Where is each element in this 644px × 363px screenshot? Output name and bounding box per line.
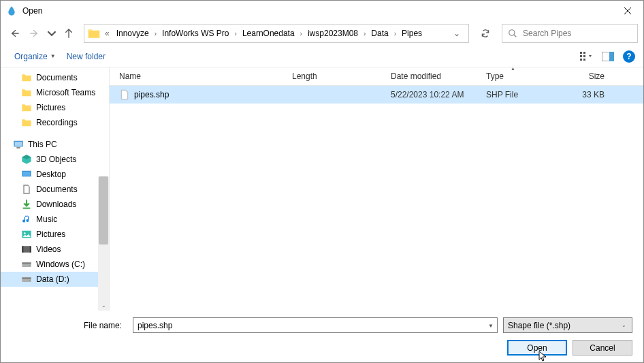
- svg-point-0: [509, 30, 515, 35]
- tree-item-documents[interactable]: Documents: [1, 70, 109, 85]
- crumb-1[interactable]: InfoWorks WS Pro: [158, 26, 233, 41]
- toolbar: Organize ▼ New folder ?: [1, 46, 643, 67]
- scrollbar-thumb[interactable]: [99, 176, 108, 244]
- close-button[interactable]: [612, 1, 643, 21]
- filename-input[interactable]: [133, 317, 498, 333]
- address-bar[interactable]: « Innovyze › InfoWorks WS Pro › LearnOne…: [84, 24, 469, 43]
- recent-dropdown[interactable]: [47, 25, 57, 42]
- search-box[interactable]: [502, 24, 638, 43]
- navigation-tree[interactable]: Documents Microsoft Teams Pictures Recor…: [1, 67, 110, 311]
- arrow-left-icon: [9, 28, 20, 39]
- svg-rect-6: [583, 59, 585, 61]
- search-input[interactable]: [523, 29, 632, 38]
- videos-icon: [21, 244, 32, 255]
- refresh-button[interactable]: [476, 24, 495, 43]
- chevron-right-icon[interactable]: ›: [153, 30, 158, 37]
- col-length[interactable]: Length: [287, 67, 385, 85]
- cancel-button[interactable]: Cancel: [573, 340, 632, 356]
- arrow-up-icon: [63, 28, 74, 39]
- crumb-0[interactable]: Innovyze: [112, 26, 153, 41]
- chevron-right-icon[interactable]: ›: [362, 30, 367, 37]
- open-button[interactable]: Open: [507, 340, 567, 356]
- drive-icon: [21, 259, 32, 270]
- crumb-5[interactable]: Pipes: [398, 26, 426, 41]
- svg-rect-5: [580, 59, 582, 61]
- forward-button[interactable]: [27, 25, 43, 42]
- svg-rect-14: [23, 208, 31, 209]
- documents-icon: [21, 184, 32, 195]
- col-size[interactable]: Size: [545, 67, 610, 85]
- folder-icon: [21, 87, 32, 98]
- 3d-icon: [21, 154, 32, 165]
- tree-item-drive-d[interactable]: Data (D:): [1, 272, 109, 287]
- chevron-right-icon[interactable]: ›: [299, 30, 304, 37]
- address-history-dropdown[interactable]: ⌄: [448, 29, 466, 38]
- music-icon: [21, 214, 32, 225]
- filetype-select[interactable]: Shape file (*.shp) ⌄: [503, 317, 632, 333]
- nav-bar: « Innovyze › InfoWorks WS Pro › LearnOne…: [1, 21, 643, 46]
- col-date[interactable]: Date modified: [385, 67, 481, 85]
- refresh-icon: [481, 29, 490, 38]
- tree-item-teams[interactable]: Microsoft Teams: [1, 85, 109, 100]
- svg-rect-1: [580, 52, 582, 54]
- pictures-icon: [21, 229, 32, 240]
- cursor-icon: [538, 351, 548, 363]
- filename-label: File name:: [12, 321, 127, 330]
- tree-item-thispc[interactable]: This PC: [1, 137, 109, 152]
- svg-rect-21: [22, 262, 31, 264]
- crumb-4[interactable]: Data: [367, 26, 392, 41]
- sort-asc-icon: ▲: [511, 67, 515, 71]
- computer-icon: [13, 139, 24, 150]
- drive-icon: [21, 274, 32, 285]
- file-icon: [119, 89, 130, 100]
- help-icon: ?: [626, 52, 631, 61]
- arrow-right-icon: [29, 28, 40, 39]
- tree-item-music[interactable]: Music: [1, 212, 109, 227]
- breadcrumb-overflow[interactable]: «: [102, 29, 112, 38]
- folder-icon: [21, 72, 32, 83]
- tree-item-pictures[interactable]: Pictures: [1, 227, 109, 242]
- tree-item-3dobjects[interactable]: 3D Objects: [1, 152, 109, 167]
- chevron-right-icon[interactable]: ›: [393, 30, 398, 37]
- tree-item-recordings[interactable]: Recordings: [1, 115, 109, 130]
- col-name[interactable]: Name: [110, 67, 287, 85]
- crumb-3[interactable]: iwsp2023M08: [304, 26, 362, 41]
- svg-rect-24: [22, 277, 31, 279]
- tree-item-documents[interactable]: Documents: [1, 182, 109, 197]
- svg-rect-4: [583, 55, 585, 57]
- svg-point-25: [29, 280, 30, 281]
- app-icon: [6, 5, 17, 16]
- crumb-2[interactable]: LearnOnedata: [238, 26, 299, 41]
- tree-item-drive-c[interactable]: Windows (C:): [1, 257, 109, 272]
- help-button[interactable]: ?: [623, 50, 635, 63]
- tree-item-desktop[interactable]: Desktop: [1, 167, 109, 182]
- col-type[interactable]: ▲Type: [481, 67, 545, 85]
- tree-item-pictures[interactable]: Pictures: [1, 100, 109, 115]
- scroll-down-icon[interactable]: ⌄: [98, 300, 109, 311]
- file-list[interactable]: pipes.shp 5/22/2023 10:22 AM SHP File 33…: [110, 86, 643, 311]
- svg-rect-10: [15, 142, 22, 146]
- svg-rect-19: [30, 246, 31, 252]
- back-button[interactable]: [6, 25, 22, 42]
- file-row[interactable]: pipes.shp 5/22/2023 10:22 AM SHP File 33…: [110, 86, 643, 104]
- sidebar-scrollbar[interactable]: ⌄: [98, 176, 109, 311]
- titlebar: Open: [1, 1, 643, 21]
- desktop-icon: [21, 169, 32, 180]
- view-options-button[interactable]: [579, 50, 593, 63]
- chevron-down-icon: [47, 28, 57, 39]
- svg-point-16: [24, 232, 26, 234]
- chevron-right-icon[interactable]: ›: [234, 30, 238, 37]
- up-button[interactable]: [61, 25, 77, 42]
- tree-item-videos[interactable]: Videos: [1, 242, 109, 257]
- svg-rect-8: [609, 52, 614, 61]
- svg-rect-2: [583, 52, 585, 54]
- svg-rect-11: [16, 147, 20, 148]
- preview-pane-button[interactable]: [601, 50, 615, 63]
- organize-button[interactable]: Organize ▼: [9, 49, 61, 64]
- new-folder-button[interactable]: New folder: [61, 49, 111, 64]
- dropdown-icon: ▼: [50, 53, 56, 59]
- svg-rect-13: [23, 172, 31, 176]
- tree-item-downloads[interactable]: Downloads: [1, 197, 109, 212]
- close-icon: [624, 7, 632, 15]
- folder-icon: [21, 117, 32, 128]
